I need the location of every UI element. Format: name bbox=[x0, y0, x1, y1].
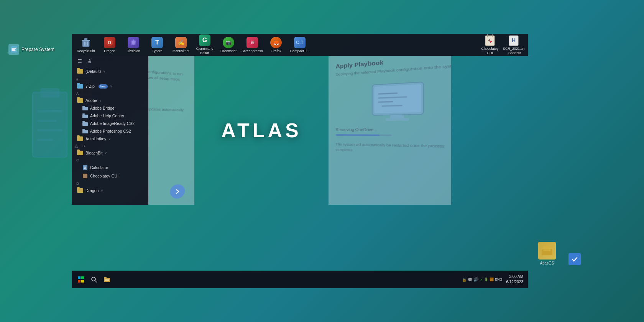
sidebar-default-section: (Default) ∨ bbox=[72, 67, 148, 76]
prepare-system-icon-img bbox=[8, 44, 19, 55]
chevron-autohotkey: ∨ bbox=[108, 137, 111, 141]
prepare-system-desktop-icon[interactable]: Prepare System bbox=[8, 44, 54, 55]
folder-dragon-label: Dragon bbox=[85, 188, 99, 193]
sidebar-folder-autohotkey[interactable]: AutoHotkey ∨ bbox=[72, 135, 148, 143]
clock-date: 6/12/2023 bbox=[506, 279, 524, 285]
obsidian-img bbox=[128, 37, 139, 48]
manuskript-label: Manuskript bbox=[172, 49, 189, 53]
sidebar-item-adobe-imageready[interactable]: Adobe ImageReady CS2 bbox=[72, 120, 148, 127]
svg-rect-42 bbox=[374, 84, 421, 113]
svg-rect-34 bbox=[82, 122, 88, 126]
dragon-label: Dragon bbox=[104, 49, 115, 53]
prepare-system-label: Prepare System bbox=[21, 47, 54, 52]
network-icon: 📶 bbox=[490, 278, 494, 281]
scr2021-img: H bbox=[508, 34, 519, 46]
scr2021-icon[interactable]: H SCR_2021.ahk - Shortcut bbox=[503, 33, 525, 57]
sidebar-section-row-b: △ B bbox=[72, 143, 148, 149]
atlas-logo-container: ATLAS bbox=[194, 56, 329, 205]
folder-7zip-icon bbox=[77, 84, 83, 89]
sidebar-item-calculator[interactable]: ⊞ Calculator bbox=[72, 163, 148, 172]
start-menu-sidebar[interactable]: ☰ & (Default) ∨ # 7-Zip New ∨ A bbox=[72, 56, 148, 205]
svg-rect-52 bbox=[78, 276, 80, 279]
typora-img: T bbox=[151, 37, 163, 48]
sidebar-item-adobe-bridge[interactable]: Adobe Bridge bbox=[72, 104, 148, 112]
folder-autohotkey-label: AutoHotkey bbox=[85, 136, 106, 141]
dragon-img: D bbox=[104, 37, 115, 48]
volume-icon: 🔊 bbox=[473, 277, 479, 282]
svg-text:⊞: ⊞ bbox=[84, 166, 87, 169]
svg-rect-55 bbox=[81, 280, 84, 283]
desktop-icons-bar: Recycle Bin D Dragon Obsidian bbox=[72, 34, 528, 56]
search-button[interactable] bbox=[89, 273, 99, 286]
dragon-icon[interactable]: D Dragon bbox=[99, 35, 121, 55]
clock-time: 3:00 AM bbox=[509, 274, 523, 279]
adobe-help-label: Adobe Help Center bbox=[90, 113, 124, 118]
recycle-bin-icon[interactable]: Recycle Bin bbox=[75, 35, 97, 55]
left-panel-next-btn[interactable] bbox=[170, 184, 185, 199]
svg-line-43 bbox=[379, 93, 397, 94]
desktop: Prepare System Recycle Bin bbox=[0, 0, 644, 322]
sidebar-section-hash: # bbox=[72, 76, 148, 82]
folder-adobe-label: Adobe bbox=[85, 98, 97, 103]
sidebar-menu-icon[interactable]: ☰ & bbox=[72, 56, 148, 67]
lock-icon: 🔒 bbox=[462, 278, 467, 282]
screenpresso-label: Screenpresso bbox=[242, 49, 263, 53]
chevron-default: ∨ bbox=[103, 70, 105, 73]
grammarly-img: G bbox=[199, 34, 210, 46]
greenshot-icon[interactable]: 📷 Greenshot bbox=[217, 35, 240, 55]
sidebar-item-chocolatey-gui[interactable]: Chocolatey GUI bbox=[72, 172, 148, 180]
folder-bleachbit-icon bbox=[77, 151, 83, 155]
firefox-icon[interactable]: 🦊 Firefox bbox=[265, 35, 287, 55]
compactti-label: CompactTi... bbox=[290, 49, 310, 53]
recycle-bin-img bbox=[80, 37, 92, 48]
system-tray: 🔒 💬 🔊 ✓ 🔋 📶 ENG 3:00 AM 6/12/2023 bbox=[462, 274, 526, 285]
chocolatey-img: 🍫 bbox=[484, 34, 496, 46]
user-icon: & bbox=[86, 58, 93, 65]
compactti-icon[interactable]: C.T CompactTi... bbox=[289, 35, 311, 55]
screenpresso-img: 🖥 bbox=[246, 37, 258, 48]
svg-line-46 bbox=[382, 106, 402, 107]
svg-rect-0 bbox=[33, 92, 67, 157]
scr2021-label: SCR_2021.ahk - Shortcut bbox=[503, 47, 524, 55]
check-icon: ✓ bbox=[480, 278, 483, 282]
grammarly-icon[interactable]: G Grammarly Editor bbox=[194, 33, 216, 57]
system-clock[interactable]: 3:00 AM 6/12/2023 bbox=[504, 274, 526, 285]
firefox-label: Firefox bbox=[271, 49, 281, 53]
typora-label: Typora bbox=[152, 49, 163, 53]
adobe-imageready-label: Adobe ImageReady CS2 bbox=[90, 121, 135, 126]
svg-line-57 bbox=[95, 281, 97, 282]
svg-line-45 bbox=[379, 102, 393, 102]
chevron-7zip: ∨ bbox=[110, 85, 112, 88]
screenpresso-icon[interactable]: 🖥 Screenpresso bbox=[241, 35, 263, 55]
svg-rect-60 bbox=[105, 279, 109, 280]
start-button[interactable] bbox=[74, 273, 88, 286]
atlasos-desktop-icon[interactable]: AtlasOS bbox=[538, 242, 556, 265]
manuskript-icon[interactable]: ✍ Manuskript bbox=[170, 35, 192, 55]
sidebar-folder-dragon[interactable]: Dragon ∨ bbox=[72, 187, 148, 194]
chevron-bleachbit: ∨ bbox=[105, 151, 107, 155]
atlasos-label: AtlasOS bbox=[540, 261, 554, 265]
svg-rect-54 bbox=[78, 280, 80, 283]
svg-rect-40 bbox=[83, 174, 87, 178]
sidebar-folder-adobe[interactable]: Adobe ∨ bbox=[72, 97, 148, 104]
compactti-img: C.T bbox=[294, 37, 306, 48]
file-explorer-button[interactable] bbox=[100, 273, 114, 286]
sidebar-folder-default[interactable]: (Default) ∨ bbox=[72, 67, 148, 75]
obsidian-icon[interactable]: Obsidian bbox=[122, 35, 145, 55]
sidebar-item-adobe-photoshop[interactable]: Adobe Photoshop CS2 bbox=[72, 127, 148, 135]
hamburger-icon: ☰ bbox=[76, 58, 83, 65]
monitor-icon bbox=[366, 79, 431, 128]
sidebar-folder-7zip[interactable]: 7-Zip New ∨ bbox=[72, 82, 148, 90]
svg-rect-47 bbox=[390, 115, 404, 118]
folder-bleachbit-label: BleachBit bbox=[85, 151, 102, 155]
chocolatey-icon[interactable]: 🍫 Chocolatey GUI bbox=[479, 33, 501, 57]
typora-icon[interactable]: T Typora bbox=[146, 35, 168, 55]
chevron-dragon: ∨ bbox=[101, 189, 103, 192]
sidebar-folder-bleachbit[interactable]: BleachBit ∨ bbox=[72, 149, 148, 157]
folder-default-label: (Default) bbox=[85, 69, 101, 74]
recycle-bin-label: Recycle Bin bbox=[77, 49, 95, 53]
right-panel-note: The system will automatically be restart… bbox=[336, 142, 451, 156]
chevron-adobe: ∨ bbox=[99, 99, 102, 102]
sidebar-item-adobe-help[interactable]: Adobe Help Center bbox=[72, 112, 148, 120]
checkbox-icon[interactable] bbox=[568, 253, 581, 265]
